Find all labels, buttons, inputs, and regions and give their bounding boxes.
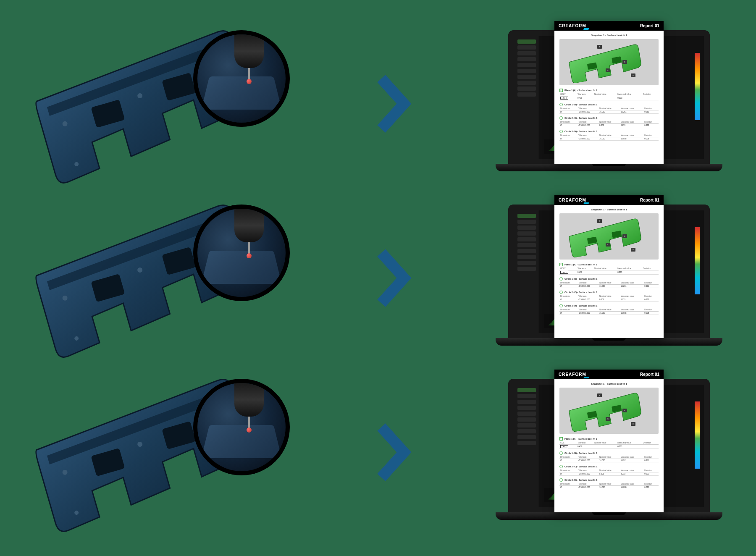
laptop-base xyxy=(496,164,722,171)
color-scale xyxy=(695,401,700,469)
model-preview: A B C D xyxy=(559,213,659,260)
touch-probe-icon xyxy=(230,209,268,255)
part-with-probe xyxy=(34,34,294,173)
report-section-3: Circle 2 (C) - Surface best fit 1 Dimens… xyxy=(559,291,659,302)
circle-icon xyxy=(559,304,563,307)
callout: D xyxy=(631,422,635,426)
report-section-1: Plane 1 (A) - Surface best fit 1 GD&T To… xyxy=(559,437,659,449)
report-section-3: Circle 2 (C) - Surface best fit 1 Dimens… xyxy=(559,465,659,476)
report-section-4: Circle 3 (D) - Surface best fit 1 Dimens… xyxy=(559,130,659,141)
touch-probe-icon xyxy=(230,34,268,81)
report-title: Report 01 xyxy=(640,198,659,202)
laptop-with-report: CREAFORM Report 01 Snapshot 1 - Surface … xyxy=(496,205,722,351)
plane-icon xyxy=(559,263,563,266)
callout: A xyxy=(597,393,602,397)
brand-logo: CREAFORM xyxy=(559,372,586,377)
callout: B xyxy=(622,409,627,412)
color-scale xyxy=(695,227,700,294)
report-document: CREAFORM Report 01 Snapshot 1 - Surface … xyxy=(554,21,664,164)
workflow-row-1: CREAFORM Report 01 Snapshot 1 - Surface … xyxy=(34,24,722,184)
chevron-right-icon xyxy=(370,244,420,312)
probe-closeup xyxy=(193,30,290,127)
laptop-with-report: CREAFORM Report 01 Snapshot 1 - Surface … xyxy=(496,30,722,177)
snapshot-title: Snapshot 1 - Surface best fit 1 xyxy=(559,208,659,211)
callout: A xyxy=(597,219,602,223)
report-section-1: Plane 1 (A) - Surface best fit 1 GD&T To… xyxy=(559,263,659,275)
probe-closeup xyxy=(193,205,290,301)
app-sidebar xyxy=(514,385,539,507)
report-section-2: Circle 1 (B) - Surface best fit 1 Dimens… xyxy=(559,451,659,462)
laptop-with-report: CREAFORM Report 01 Snapshot 1 - Surface … xyxy=(496,379,722,526)
report-section-4: Circle 3 (D) - Surface best fit 1 Dimens… xyxy=(559,304,659,315)
callout: B xyxy=(622,234,627,238)
report-section-4: Circle 3 (D) - Surface best fit 1 Dimens… xyxy=(559,478,659,489)
plane-icon xyxy=(559,89,563,92)
brand-logo: CREAFORM xyxy=(559,24,586,28)
report-title: Report 01 xyxy=(640,372,659,377)
chevron-right-icon xyxy=(370,70,420,137)
plane-icon xyxy=(559,437,563,441)
snapshot-title: Snapshot 1 - Surface best fit 1 xyxy=(559,34,659,37)
report-title: Report 01 xyxy=(640,24,659,28)
circle-icon xyxy=(559,465,563,468)
circle-icon xyxy=(559,451,563,455)
callout: D xyxy=(631,248,635,252)
touch-probe-icon xyxy=(230,383,268,429)
report-section-3: Circle 2 (C) - Surface best fit 1 Dimens… xyxy=(559,116,659,127)
workflow-row-3: CREAFORM Report 01 Snapshot 1 - Surface … xyxy=(34,372,722,532)
chevron-right-icon xyxy=(370,419,420,486)
circle-icon xyxy=(559,130,563,133)
app-sidebar xyxy=(514,36,539,159)
workflow-row-2: CREAFORM Report 01 Snapshot 1 - Surface … xyxy=(34,198,722,358)
report-section-2: Circle 1 (B) - Surface best fit 1 Dimens… xyxy=(559,277,659,288)
laptop-base xyxy=(496,512,722,520)
report-document: CREAFORM Report 01 Snapshot 1 - Surface … xyxy=(554,370,664,512)
circle-icon xyxy=(559,478,563,482)
circle-icon xyxy=(559,291,563,294)
circle-icon xyxy=(559,277,563,281)
model-preview: A B C D xyxy=(559,388,659,434)
laptop-base xyxy=(496,338,722,346)
callout: C xyxy=(606,243,610,247)
circle-icon xyxy=(559,103,563,106)
model-preview: A B C D xyxy=(559,39,659,85)
probe-closeup xyxy=(193,379,290,475)
report-section-1: Plane 1 (A) - Surface best fit 1 GD&T To… xyxy=(559,89,659,100)
report-document: CREAFORM Report 01 Snapshot 1 - Surface … xyxy=(554,195,664,338)
callout: D xyxy=(631,73,635,77)
brand-logo: CREAFORM xyxy=(559,198,586,202)
callout: B xyxy=(622,60,627,64)
circle-icon xyxy=(559,116,563,120)
callout: C xyxy=(606,68,610,72)
app-sidebar xyxy=(514,210,539,333)
report-section-2: Circle 1 (B) - Surface best fit 1 Dimens… xyxy=(559,103,659,114)
callout: C xyxy=(606,417,610,421)
part-with-probe xyxy=(34,209,294,347)
part-with-probe xyxy=(34,383,294,522)
color-scale xyxy=(695,53,700,120)
snapshot-title: Snapshot 1 - Surface best fit 1 xyxy=(559,383,659,385)
callout: A xyxy=(597,45,602,49)
